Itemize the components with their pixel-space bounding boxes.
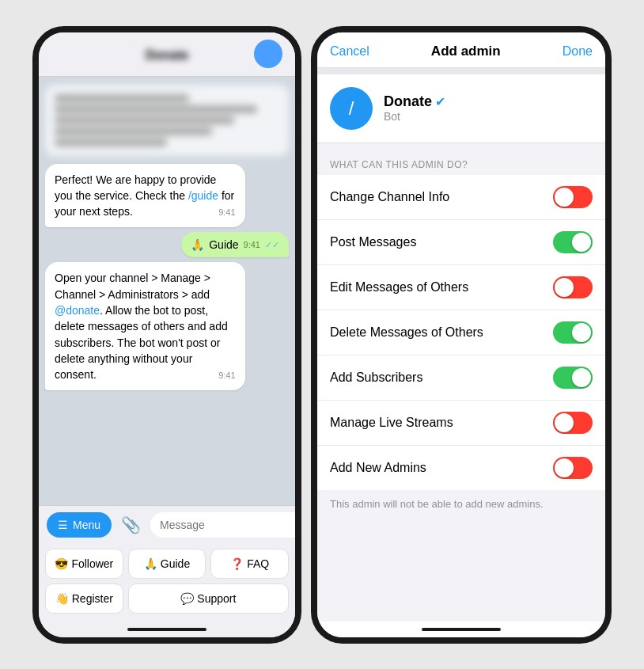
chat-screen: Donate Perfect! We are happy to provide … [39,32,295,637]
register-emoji: 👋 [55,592,69,605]
message-received-2: Open your channel > Manage > Channel > A… [45,262,245,390]
follower-button[interactable]: 😎 Follower [45,549,123,579]
faq-button[interactable]: ❓ FAQ [210,549,289,579]
register-button[interactable]: 👋 Register [45,583,123,614]
permissions-section-header: WHAT CAN THIS ADMIN DO? [317,150,605,175]
blur-line-3 [55,116,234,124]
permission-live-streams: Manage Live Streams [317,401,605,446]
toggle-add-subscribers[interactable] [553,367,593,389]
admin-header: Cancel Add admin Done [317,32,605,68]
toggle-thumb-4 [572,368,591,387]
menu-button[interactable]: ☰ Menu [47,512,112,538]
toggle-thumb-1 [572,233,591,252]
guide-button[interactable]: 🙏 Guide [128,549,206,579]
permission-post-messages: Post Messages [317,220,605,265]
chat-header: Donate [39,32,295,77]
perm-label-0: Change Channel Info [330,190,449,204]
chat-input-bar: ☰ Menu 📎 🕐 🎙 [39,505,295,544]
register-label: Register [72,592,113,605]
separator [317,68,605,74]
home-bar-left [127,628,206,631]
bot-avatar-letter: / [349,97,354,120]
guide-label: Guide [161,557,190,570]
message-sent-1: 🙏 Guide 9:41 ✓✓ [181,232,289,257]
perm-label-6: Add New Admins [330,461,426,475]
chat-title: Donate [146,48,188,63]
perm-label-5: Manage Live Streams [330,416,453,430]
perm-label-2: Edit Messages of Others [330,280,468,295]
app-container: Donate Perfect! We are happy to provide … [0,0,644,669]
sent-time: 9:41 [244,240,260,249]
toggle-thumb-2 [555,278,574,297]
blur-line-4 [55,127,212,135]
permission-delete-messages: Delete Messages of Others [317,310,605,355]
menu-icon: ☰ [58,519,68,531]
bot-name: Donate [384,93,432,110]
cancel-button[interactable]: Cancel [330,44,369,59]
toggle-post-messages[interactable] [553,231,593,253]
perm-label-4: Add Subscribers [330,371,422,385]
toggle-thumb-0 [555,188,574,207]
toggle-live-streams[interactable] [553,412,593,434]
home-indicator-right [317,621,605,637]
blur-line-1 [55,94,189,102]
right-phone: Cancel Add admin Done / Donate ✔ Bot [311,26,612,644]
sent-emoji: 🙏 [191,238,204,251]
admin-note: This admin will not be able to add new a… [317,490,605,518]
toggle-delete-messages[interactable] [553,321,593,344]
perm-label-3: Delete Messages of Others [330,325,483,340]
quick-replies: 😎 Follower 🙏 Guide ❓ FAQ 👋 Register 💬 [39,544,295,621]
follower-emoji: 😎 [55,557,68,570]
faq-label: FAQ [247,557,269,570]
message-input[interactable] [150,512,301,538]
permission-add-admins: Add New Admins [317,446,605,490]
message-received-1: Perfect! We are happy to provide you the… [45,164,245,228]
bot-avatar: / [330,87,373,130]
chat-messages: Perfect! We are happy to provide you the… [39,77,295,505]
toggle-edit-messages[interactable] [553,276,593,298]
message-time-1: 9:41 [218,207,235,219]
blur-line-5 [55,139,167,146]
bot-type-label: Bot [384,110,445,123]
toggle-change-channel-info[interactable] [553,186,593,208]
sent-text: Guide [209,238,238,251]
bot-details: Donate ✔ Bot [384,93,445,123]
support-emoji: 💬 [180,592,194,605]
message-time-2: 9:41 [218,370,235,382]
permission-change-channel-info: Change Channel Info [317,175,605,220]
toggle-thumb-5 [555,413,574,432]
message-text-1: Perfect! We are happy to provide you the… [55,173,234,219]
perm-label-1: Post Messages [330,235,416,249]
admin-title: Add admin [431,44,501,59]
verified-icon: ✔ [435,94,445,109]
guide-link[interactable]: /guide [188,189,218,202]
blur-line-2 [55,105,257,113]
permission-add-subscribers: Add Subscribers [317,355,605,401]
home-bar-right [422,628,501,631]
bot-info: / Donate ✔ Bot [317,74,605,143]
admin-content: / Donate ✔ Bot WHAT CAN THIS ADMIN DO? C… [317,74,605,621]
permission-edit-messages: Edit Messages of Others [317,265,605,310]
guide-emoji: 🙏 [144,557,157,570]
home-indicator-left [39,621,295,637]
message-text-2: Open your channel > Manage > Channel > A… [55,272,228,381]
menu-label: Menu [73,519,100,531]
permissions-list: Change Channel Info Post Messages Edit M… [317,175,605,490]
checkmark-icon: ✓✓ [265,240,279,250]
support-button[interactable]: 💬 Support [128,583,289,614]
left-phone: Donate Perfect! We are happy to provide … [32,26,301,644]
follower-label: Follower [71,557,113,570]
done-button[interactable]: Done [563,44,593,59]
toggle-add-admins[interactable] [553,457,593,479]
donate-link[interactable]: @donate [55,304,100,317]
toggle-thumb-6 [555,458,574,477]
bot-name-row: Donate ✔ [384,93,445,110]
toggle-thumb-3 [572,323,591,342]
attach-icon[interactable]: 📎 [118,514,144,536]
support-label: Support [197,592,236,605]
faq-emoji: ❓ [230,557,244,570]
blurred-messages [45,85,289,156]
chat-avatar [254,40,282,68]
